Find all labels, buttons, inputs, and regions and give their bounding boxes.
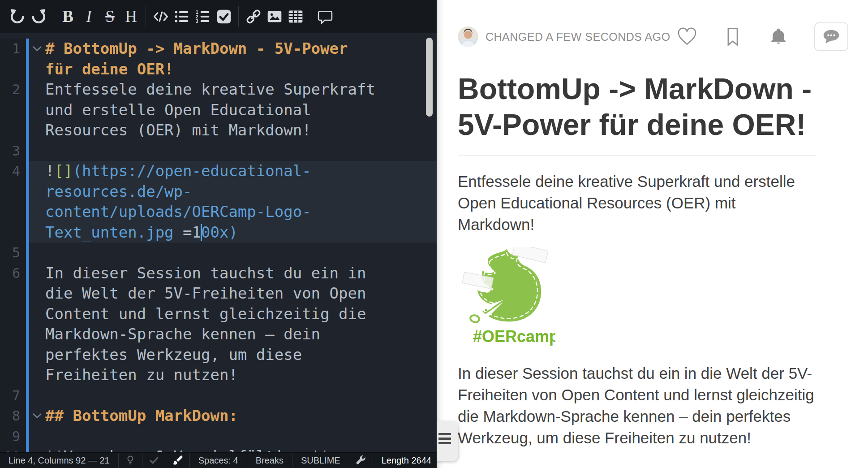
code-token: =1: [174, 223, 201, 241]
code-text[interactable]: [45, 141, 379, 161]
image-button[interactable]: [264, 6, 285, 27]
code-token: ## BottomUp MarkDown:: [45, 407, 238, 425]
code-token: # BottomUp -> MarkDown - 5V-Power für de…: [45, 39, 357, 78]
code-text[interactable]: ## BottomUp MarkDown:: [45, 406, 379, 426]
document-length-status: Length 2644: [373, 453, 440, 468]
fold-chevron-icon[interactable]: [29, 39, 45, 79]
comment-button[interactable]: [814, 22, 848, 51]
comment-bubble-icon: [821, 28, 841, 45]
unordered-list-icon: [174, 9, 190, 25]
italic-button[interactable]: I: [78, 6, 99, 27]
fold-gutter: [29, 426, 45, 447]
editor-line[interactable]: 6In dieser Session tauchst du ein in die…: [0, 263, 437, 386]
unordered-list-button[interactable]: [171, 6, 192, 27]
table-button[interactable]: [285, 6, 306, 27]
last-changed-label: CHANGED A FEW SECONDS AGO: [486, 30, 670, 43]
undo-button[interactable]: [7, 6, 28, 27]
brush-button[interactable]: [166, 453, 190, 468]
line-number: 10: [0, 446, 26, 452]
code-text[interactable]: [45, 386, 379, 406]
linebreaks-setting[interactable]: Breaks: [247, 453, 292, 468]
fold-chevron-icon[interactable]: [29, 406, 45, 426]
editor-line[interactable]: 10**Verwahren & Vervielfältigen**: [0, 446, 437, 452]
editor-line[interactable]: 3: [0, 141, 437, 161]
preferences-button[interactable]: [349, 453, 373, 468]
cursor-position-status: Line 4, Columns 92 — 21: [0, 453, 119, 468]
comment-icon: [317, 9, 333, 25]
fold-gutter: [29, 263, 45, 386]
editor-text-area[interactable]: 1# BottomUp -> MarkDown - 5V-Power für d…: [0, 33, 437, 452]
editor-line[interactable]: 9: [0, 426, 437, 447]
table-icon: [288, 9, 304, 25]
spaces-setting[interactable]: Spaces: 4: [190, 453, 247, 468]
code-text[interactable]: ![](https://open-educational-resources.d…: [45, 161, 379, 243]
redo-button[interactable]: [28, 6, 49, 27]
wrench-icon: [355, 455, 367, 466]
editor-line[interactable]: 1# BottomUp -> MarkDown - 5V-Power für d…: [0, 39, 437, 79]
code-text[interactable]: # BottomUp -> MarkDown - 5V-Power für de…: [45, 39, 379, 79]
code-token: []: [54, 162, 73, 180]
fold-gutter: [29, 386, 45, 406]
code-text[interactable]: Entfessele deine kreative Superkraft und…: [45, 79, 379, 141]
editor-line[interactable]: 2Entfessele deine kreative Superkraft un…: [0, 79, 437, 141]
strikethrough-button[interactable]: S: [99, 6, 120, 27]
code-icon: [153, 9, 169, 25]
heading-icon: H: [125, 8, 137, 25]
keymap-setting[interactable]: SUBLIME: [292, 453, 349, 468]
check-icon: [148, 455, 160, 466]
link-button[interactable]: [243, 6, 264, 27]
change-indicator: [26, 141, 29, 161]
code-text[interactable]: In dieser Session tauchst du ein in die …: [45, 263, 379, 386]
editor-status-bar: Line 4, Columns 92 — 21 Spaces: 4 Breaks…: [0, 452, 437, 468]
code-text[interactable]: **Verwahren & Vervielfältigen**: [45, 446, 379, 452]
editor-scrollbar-thumb[interactable]: [426, 38, 433, 117]
lightbulb-button[interactable]: [119, 453, 142, 468]
session-paragraph: In dieser Session tauchst du ein in die …: [458, 363, 816, 449]
heart-button[interactable]: [677, 27, 697, 47]
editor-line[interactable]: 7: [0, 386, 437, 406]
strikethrough-icon: S: [105, 8, 115, 25]
line-number: 5: [0, 243, 26, 263]
fold-gutter: [29, 141, 45, 161]
editor-line[interactable]: 4![](https://open-educational-resources.…: [0, 161, 437, 243]
code-text[interactable]: [45, 243, 379, 263]
bookmark-button[interactable]: [723, 27, 743, 47]
editor-line[interactable]: 8## BottomUp MarkDown:: [0, 406, 437, 426]
editor-line[interactable]: 5: [0, 243, 437, 263]
change-indicator: [26, 426, 29, 447]
bell-button[interactable]: [769, 27, 788, 47]
author-avatar[interactable]: [458, 26, 478, 47]
change-indicator: [26, 446, 29, 452]
menu-icon: [438, 433, 451, 446]
code-token: In dieser Session tauchst du ein in die …: [45, 264, 375, 384]
fold-gutter: [29, 243, 45, 263]
fold-gutter: [29, 79, 45, 141]
bold-button[interactable]: B: [57, 6, 78, 27]
undo-icon: [9, 9, 26, 25]
link-icon: [245, 9, 262, 25]
comment-button[interactable]: [314, 6, 335, 27]
ordered-list-button[interactable]: 123: [192, 6, 213, 27]
toc-toggle[interactable]: [437, 421, 458, 461]
check-button[interactable]: [142, 453, 166, 468]
code-token: 00x): [201, 223, 238, 241]
toolbar-group: 123: [146, 6, 238, 27]
change-indicator: [26, 386, 29, 406]
redo-icon: [30, 9, 47, 25]
code-button[interactable]: [150, 6, 171, 27]
svg-text:3: 3: [195, 18, 198, 23]
toolbar-group: [310, 6, 339, 27]
code-token: Entfessele deine kreative Superkraft und…: [45, 80, 384, 139]
oercamp-logo-text: #OERcamp: [473, 327, 555, 346]
heading-button[interactable]: H: [120, 6, 142, 27]
toolbar-group: BISH: [53, 6, 146, 27]
check-list-button[interactable]: [213, 6, 234, 27]
ordered-list-icon: 123: [195, 9, 211, 25]
line-number: 7: [0, 386, 26, 406]
italic-icon: I: [86, 8, 91, 25]
markdown-editor-pane: BISH123 1# BottomUp -> MarkDown - 5V-Pow…: [0, 0, 437, 468]
code-text[interactable]: [45, 426, 379, 447]
fold-gutter: [29, 161, 45, 243]
code-token: **Verwahren & Vervielfältigen**: [45, 447, 330, 452]
editor-toolbar: BISH123: [0, 0, 437, 33]
